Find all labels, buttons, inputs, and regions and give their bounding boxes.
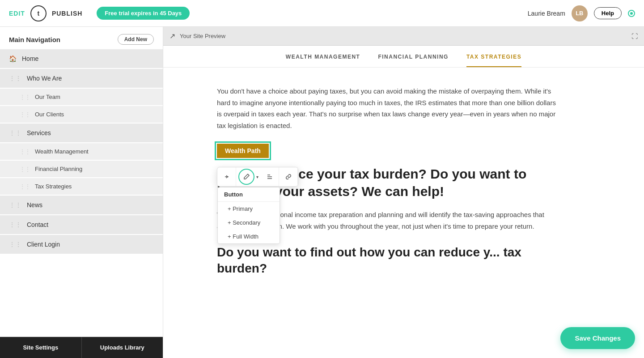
preview-label: Your Site Preview	[180, 33, 225, 39]
toolbar-dropdown: Button + Primary + Secondary + Full Widt…	[217, 187, 280, 244]
sidebar-item-label: News	[27, 201, 42, 209]
sidebar-item-label: Contact	[27, 221, 48, 228]
avatar: LB	[572, 5, 588, 21]
dropdown-full-width[interactable]: + Full Width	[218, 230, 280, 243]
dropdown-header: Button	[218, 188, 280, 202]
sidebar-item-label: Client Login	[27, 241, 60, 248]
sidebar-item-client-login[interactable]: ⋮⋮ Client Login	[0, 235, 163, 255]
help-button[interactable]: Help	[594, 7, 622, 19]
drag-icon: ⋮⋮	[20, 111, 30, 118]
toolbar-edit-button[interactable]: ▾	[236, 167, 260, 186]
toolbar-link-icon-btn[interactable]	[217, 167, 236, 186]
top-bar: EDIT t PUBLISH Free trial expires in 45 …	[0, 0, 644, 27]
preview-bar: ↗ Your Site Preview ⛶	[163, 27, 644, 46]
logo-circle: t	[30, 5, 47, 21]
sidebar-item-label: Who We Are	[27, 75, 62, 82]
drag-icon: ⋮⋮	[20, 149, 30, 155]
drag-icon: ⋮⋮	[9, 241, 21, 248]
sidebar-item-news[interactable]: ⋮⋮ News	[0, 196, 163, 215]
intro-paragraph: You don't have a choice about paying tax…	[217, 85, 557, 131]
trial-badge: Free trial expires in 45 Days	[97, 7, 190, 20]
expand-arrows-icon: ↗	[169, 32, 175, 40]
drag-icon: ⋮⋮	[9, 129, 21, 136]
toolbar-edit2-icon-btn[interactable]	[260, 167, 279, 186]
sidebar-item-label: Our Clients	[35, 111, 64, 118]
save-changes-button[interactable]: Save Changes	[560, 327, 635, 349]
sidebar-item-label: Home	[22, 55, 38, 62]
sidebar-item-wealth-management[interactable]: ⋮⋮ Wealth Management	[0, 143, 163, 161]
site-navigation: WEALTH MANAGEMENT FINANCIAL PLANNING TAX…	[163, 46, 644, 68]
fullscreen-icon[interactable]: ⛶	[631, 33, 638, 40]
sidebar-header: Main Navigation Add New	[0, 27, 163, 49]
dropdown-secondary[interactable]: + Secondary	[218, 216, 280, 230]
floating-toolbar: ▾	[217, 167, 298, 187]
drag-icon: ⋮⋮	[9, 221, 21, 228]
site-nav-item-tax[interactable]: TAX STRATEGIES	[466, 54, 521, 67]
sidebar-item-label: Financial Planning	[35, 166, 82, 172]
sidebar-title: Main Navigation	[9, 36, 60, 43]
drag-icon: ⋮⋮	[9, 75, 21, 82]
drag-icon: ⋮⋮	[20, 183, 30, 190]
caret-icon: ▾	[256, 175, 258, 179]
dropdown-primary[interactable]: + Primary	[218, 202, 280, 216]
sidebar: Main Navigation Add New 🏠 Home ⋮⋮ Who We…	[0, 27, 163, 358]
sidebar-item-contact[interactable]: ⋮⋮ Contact	[0, 215, 163, 235]
drag-icon: ⋮⋮	[9, 201, 21, 209]
site-settings-button[interactable]: Site Settings	[0, 337, 82, 358]
sidebar-item-financial-planning[interactable]: ⋮⋮ Financial Planning	[0, 161, 163, 178]
sidebar-item-label: Tax Strategies	[35, 183, 72, 190]
uploads-library-button[interactable]: Uploads Library	[82, 337, 163, 358]
section-heading-2: Do you want to find out how you can redu…	[217, 244, 548, 277]
main-area: Main Navigation Add New 🏠 Home ⋮⋮ Who We…	[0, 27, 644, 358]
site-nav-item-financial[interactable]: FINANCIAL PLANNING	[378, 54, 448, 67]
site-nav-item-wealth[interactable]: WEALTH MANAGEMENT	[286, 54, 360, 67]
sidebar-bottom: Site Settings Uploads Library	[0, 337, 163, 358]
top-bar-right: Laurie Bream LB Help	[528, 5, 635, 21]
drag-icon: ⋮⋮	[20, 94, 30, 100]
pencil-circle	[238, 169, 254, 185]
user-name: Laurie Bream	[528, 10, 565, 17]
sidebar-item-our-team[interactable]: ⋮⋮ Our Team	[0, 89, 163, 106]
sidebar-item-label: Services	[27, 129, 51, 136]
sidebar-item-label: Our Team	[35, 94, 60, 100]
sidebar-item-label: Wealth Management	[35, 148, 89, 155]
home-icon: 🏠	[9, 55, 17, 62]
page-content: You don't have a choice about paying tax…	[163, 68, 644, 295]
toolbar-chain-icon-btn[interactable]	[279, 167, 298, 186]
button-wrapper: Wealth Path	[217, 144, 269, 158]
drag-icon: ⋮⋮	[20, 166, 30, 172]
edit-label[interactable]: EDIT	[9, 10, 25, 17]
wealth-path-button[interactable]: Wealth Path	[217, 144, 269, 158]
notification-icon[interactable]	[628, 10, 635, 17]
sidebar-item-who-we-are[interactable]: ⋮⋮ Who We Are	[0, 69, 163, 89]
top-bar-left: EDIT t PUBLISH Free trial expires in 45 …	[9, 5, 190, 21]
preview-content: WEALTH MANAGEMENT FINANCIAL PLANNING TAX…	[163, 46, 644, 358]
sidebar-item-home[interactable]: 🏠 Home	[0, 49, 163, 69]
sidebar-item-tax-strategies[interactable]: ⋮⋮ Tax Strategies	[0, 178, 163, 196]
add-new-button[interactable]: Add New	[118, 34, 154, 45]
sidebar-item-our-clients[interactable]: ⋮⋮ Our Clients	[0, 106, 163, 124]
preview-area: ↗ Your Site Preview ⛶ WEALTH MANAGEMENT …	[163, 27, 644, 358]
publish-label[interactable]: PUBLISH	[52, 10, 82, 17]
sidebar-item-services[interactable]: ⋮⋮ Services	[0, 124, 163, 143]
